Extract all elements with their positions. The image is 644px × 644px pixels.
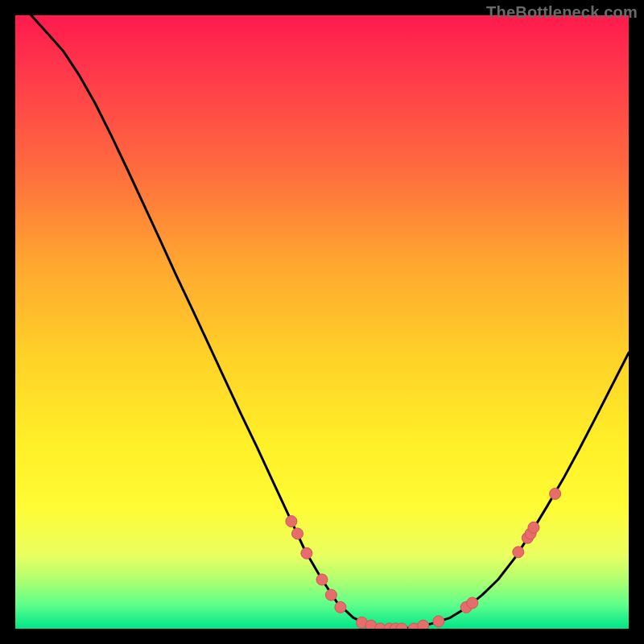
bottleneck-curve	[31, 15, 629, 629]
chart-frame: TheBottleneck.com	[0, 0, 644, 644]
scatter-point	[335, 601, 346, 613]
scatter-point	[286, 516, 297, 527]
scatter-point	[513, 547, 524, 558]
scatter-points	[286, 488, 561, 629]
scatter-point	[550, 488, 561, 499]
scatter-point	[325, 589, 336, 601]
scatter-point	[301, 547, 312, 559]
watermark-text: TheBottleneck.com	[486, 3, 638, 22]
scatter-point	[316, 574, 328, 585]
scatter-point	[528, 522, 539, 533]
scatter-point	[292, 528, 303, 539]
scatter-point	[418, 620, 429, 629]
scatter-point	[433, 616, 444, 627]
curve-layer	[15, 15, 629, 629]
scatter-point	[467, 597, 478, 609]
plot-area	[15, 15, 629, 629]
